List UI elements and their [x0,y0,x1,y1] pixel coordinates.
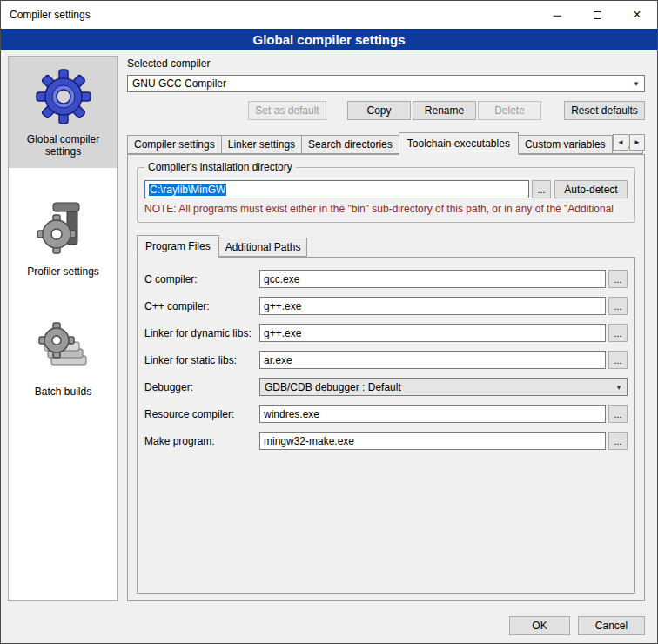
profiler-tool-icon [33,201,94,257]
installation-directory-title: Compiler's installation directory [144,161,296,173]
make-program-input[interactable]: mingw32-make.exe [259,432,606,450]
static-linker-row: Linker for static libs: ar.exe ... [144,351,628,369]
static-linker-label: Linker for static libs: [144,354,259,366]
sidebar-item-label: Global compiler settings [12,133,114,158]
compiler-actions-row: Set as default Copy Rename Delete Reset … [127,101,645,120]
maximize-icon [594,11,601,19]
installation-directory-groupbox: Compiler's installation directory C:\ray… [137,167,635,223]
c-compiler-label: C compiler: [144,273,259,285]
close-button[interactable]: × [617,1,657,29]
cancel-button[interactable]: Cancel [578,616,645,635]
cpp-compiler-input[interactable]: g++.exe [259,297,606,315]
sidebar-item-label: Profiler settings [27,265,99,278]
subtab-program-files[interactable]: Program Files [137,235,219,258]
close-icon: × [633,7,641,23]
program-files-panel: C compiler: gcc.exe ... C++ compiler: g+… [137,257,635,594]
cpp-compiler-label: C++ compiler: [144,300,259,312]
selected-compiler-value: GNU GCC Compiler [132,77,226,90]
static-linker-input[interactable]: ar.exe [259,351,606,369]
minimize-icon: ─ [553,9,561,22]
make-program-row: Make program: mingw32-make.exe ... [144,432,628,450]
ok-button[interactable]: OK [509,616,570,635]
static-linker-browse-button[interactable]: ... [608,351,628,369]
window-title: Compiler settings [1,9,537,21]
chevron-down-icon: ▾ [628,79,644,88]
sidebar-item-profiler-settings[interactable]: Profiler settings [9,189,118,288]
cpp-compiler-browse-button[interactable]: ... [608,297,628,315]
static-linker-value: ar.exe [264,354,292,366]
debugger-dropdown[interactable]: GDB/CDB debugger : Default ▾ [259,378,628,396]
copy-button[interactable]: Copy [347,101,411,120]
debugger-row: Debugger: GDB/CDB debugger : Default ▾ [144,378,628,396]
selected-compiler-dropdown[interactable]: GNU GCC Compiler ▾ [127,75,645,92]
rename-button[interactable]: Rename [413,101,476,120]
main-panel: Selected compiler GNU GCC Compiler ▾ Set… [127,56,650,601]
program-files-notebook: Program Files Additional Paths C compile… [137,235,635,594]
dynamic-linker-row: Linker for dynamic libs: g++.exe ... [144,324,628,342]
resource-compiler-row: Resource compiler: windres.exe ... [144,405,628,423]
cpp-compiler-row: C++ compiler: g++.exe ... [144,297,628,315]
c-compiler-value: gcc.exe [264,273,299,285]
resource-compiler-label: Resource compiler: [144,408,259,420]
reset-defaults-button[interactable]: Reset defaults [564,101,645,120]
installation-directory-value: C:\raylib\MinGW [149,184,226,196]
browse-directory-button[interactable]: ... [532,180,551,198]
debugger-label: Debugger: [144,381,259,393]
tab-toolchain-executables[interactable]: Toolchain executables [399,132,519,155]
resource-compiler-browse-button[interactable]: ... [608,405,628,423]
dynamic-linker-value: g++.exe [264,327,301,339]
resource-compiler-input[interactable]: windres.exe [259,405,606,423]
tab-custom-variables[interactable]: Custom variables [518,135,613,154]
settings-tabbar: Compiler settings Linker settings Search… [127,132,645,154]
sidebar-item-batch-builds[interactable]: Batch builds [9,309,118,408]
delete-button[interactable]: Delete [478,101,541,120]
sidebar-item-global-compiler-settings[interactable]: Global compiler settings [9,57,118,168]
cpp-compiler-value: g++.exe [264,300,301,312]
selected-compiler-label: Selected compiler [127,57,645,70]
make-program-label: Make program: [144,435,259,447]
dynamic-linker-label: Linker for dynamic libs: [144,327,259,339]
blue-gear-icon [33,69,94,124]
set-as-default-button[interactable]: Set as default [248,101,326,120]
make-program-value: mingw32-make.exe [264,435,354,447]
chevron-down-icon: ▾ [611,383,627,392]
c-compiler-input[interactable]: gcc.exe [259,270,606,288]
dialog-body: Global compiler settings [1,50,657,608]
tab-scroll-right-button[interactable]: ► [629,134,645,151]
tab-compiler-settings[interactable]: Compiler settings [127,135,222,154]
dialog-header-title: Global compiler settings [1,29,657,50]
titlebar: Compiler settings ─ × [1,1,657,29]
minimize-button[interactable]: ─ [537,1,577,29]
dynamic-linker-browse-button[interactable]: ... [608,324,628,342]
sidebar-item-label: Batch builds [35,386,91,398]
program-files-tabbar: Program Files Additional Paths [137,235,635,257]
tab-linker-settings[interactable]: Linker settings [221,135,302,154]
bin-subdirectory-note: NOTE: All programs must exist either in … [144,203,628,215]
auto-detect-button[interactable]: Auto-detect [554,180,628,198]
arrow-right-icon: ► [634,138,641,146]
batch-builds-icon [33,321,94,377]
settings-category-sidebar: Global compiler settings [8,56,118,601]
toolchain-executables-panel: Compiler's installation directory C:\ray… [127,154,645,601]
installation-directory-row: C:\raylib\MinGW ... Auto-detect [144,180,628,198]
tab-search-directories[interactable]: Search directories [301,135,400,154]
arrow-left-icon: ◄ [617,138,624,146]
c-compiler-browse-button[interactable]: ... [608,270,628,288]
tab-scroll-buttons: ◄ ► [612,134,645,151]
subtab-additional-paths[interactable]: Additional Paths [218,238,308,257]
compiler-settings-window: Compiler settings ─ × Global compiler se… [0,0,658,644]
tab-scroll-left-button[interactable]: ◄ [613,134,628,151]
c-compiler-row: C compiler: gcc.exe ... [144,270,628,288]
resource-compiler-value: windres.exe [264,408,319,420]
maximize-button[interactable] [577,1,617,29]
dynamic-linker-input[interactable]: g++.exe [259,324,606,342]
dialog-footer: OK Cancel [1,608,657,643]
make-program-browse-button[interactable]: ... [608,432,628,450]
debugger-value: GDB/CDB debugger : Default [265,381,401,393]
installation-directory-input[interactable]: C:\raylib\MinGW [144,180,529,198]
